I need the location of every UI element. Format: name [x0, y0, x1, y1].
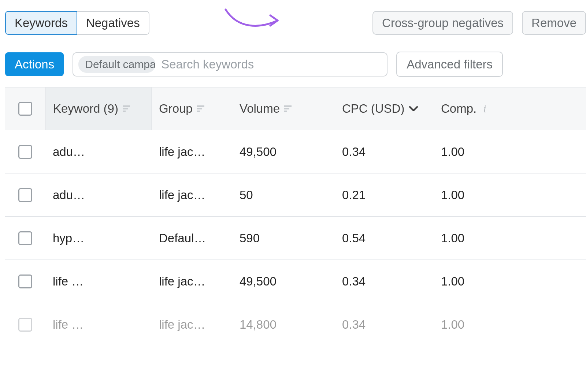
column-header-volume[interactable]: Volume: [232, 87, 335, 130]
column-header-cpc[interactable]: CPC (USD): [335, 87, 434, 130]
cross-group-negatives-button[interactable]: Cross-group negatives: [372, 11, 513, 35]
cell-checkbox: [5, 145, 45, 159]
row-checkbox[interactable]: [18, 188, 32, 202]
svg-rect-5: [197, 111, 200, 112]
column-header-comp[interactable]: Comp. i: [434, 87, 586, 130]
cell-comp: 1.00: [434, 188, 586, 202]
sort-icon: [123, 105, 130, 112]
cell-cpc: 0.34: [335, 145, 434, 159]
row-checkbox[interactable]: [18, 318, 32, 332]
keywords-table: Keyword (9) Group Volume CPC (USD): [5, 87, 586, 346]
sort-icon: [197, 105, 204, 112]
cell-checkbox: [5, 188, 45, 202]
search-field[interactable]: Default campa: [73, 52, 387, 76]
svg-rect-6: [284, 105, 292, 107]
tab-negatives[interactable]: Negatives: [77, 11, 149, 35]
column-header-group-label: Group: [159, 102, 193, 116]
table-header-row: Keyword (9) Group Volume CPC (USD): [5, 87, 586, 130]
cell-keyword: hyp…: [45, 231, 152, 245]
column-header-volume-label: Volume: [240, 102, 280, 116]
column-header-keyword-label: Keyword (9): [53, 102, 118, 116]
remove-button[interactable]: Remove: [522, 11, 586, 35]
search-input[interactable]: [160, 57, 382, 72]
table-body: adu…life jac…49,5000.341.00adu…life jac……: [5, 130, 586, 346]
cell-group: life jac…: [152, 188, 232, 202]
cell-keyword: life …: [45, 275, 152, 288]
tab-group: Keywords Negatives: [5, 11, 149, 35]
cell-checkbox: [5, 231, 45, 245]
cell-keyword: adu…: [45, 145, 152, 159]
cell-volume: 590: [232, 231, 335, 245]
svg-rect-1: [123, 108, 128, 109]
cell-group: life jac…: [152, 275, 232, 288]
cell-checkbox: [5, 275, 45, 288]
cell-keyword: adu…: [45, 188, 152, 202]
row-checkbox[interactable]: [18, 275, 32, 288]
table-row: hyp…Defaul…5900.541.00: [5, 217, 586, 260]
column-header-keyword[interactable]: Keyword (9): [45, 87, 152, 130]
row-checkbox[interactable]: [18, 231, 32, 245]
info-icon: i: [483, 102, 486, 115]
cell-volume: 14,800: [232, 318, 335, 332]
top-bar: Keywords Negatives Cross-group negatives…: [5, 11, 586, 35]
cell-comp: 1.00: [434, 145, 586, 159]
tab-keywords[interactable]: Keywords: [5, 11, 77, 35]
column-header-comp-label: Comp.: [441, 102, 476, 116]
cell-cpc: 0.54: [335, 231, 434, 245]
column-header-checkbox: [5, 87, 45, 130]
column-header-group[interactable]: Group: [152, 87, 232, 130]
top-right-buttons: Cross-group negatives Remove: [372, 11, 586, 35]
cell-group: Defaul…: [152, 231, 232, 245]
cell-group: life jac…: [152, 145, 232, 159]
svg-rect-7: [284, 108, 289, 109]
cell-volume: 49,500: [232, 145, 335, 159]
cell-group: life jac…: [152, 318, 232, 332]
table-row: life …life jac…49,5000.341.00: [5, 260, 586, 303]
cell-cpc: 0.21: [335, 188, 434, 202]
table-row: adu…life jac…49,5000.341.00: [5, 130, 586, 173]
cell-checkbox: [5, 318, 45, 332]
campaign-chip[interactable]: Default campa: [78, 56, 155, 73]
cell-comp: 1.00: [434, 275, 586, 288]
cell-keyword: life …: [45, 318, 152, 332]
select-all-checkbox[interactable]: [18, 102, 32, 116]
svg-rect-3: [197, 105, 204, 107]
cell-cpc: 0.34: [335, 318, 434, 332]
controls-row: Actions Default campa Advanced filters: [5, 52, 586, 77]
row-checkbox[interactable]: [18, 145, 32, 159]
cell-comp: 1.00: [434, 231, 586, 245]
svg-rect-2: [123, 111, 126, 112]
table-row: life …life jac…14,8000.341.00: [5, 303, 586, 346]
svg-rect-0: [123, 105, 130, 107]
keyword-manager-panel: Keywords Negatives Cross-group negatives…: [0, 0, 586, 392]
table-row: adu…life jac…500.211.00: [5, 173, 586, 217]
advanced-filters-button[interactable]: Advanced filters: [396, 52, 503, 77]
cell-volume: 49,500: [232, 275, 335, 288]
sort-icon: [284, 105, 292, 112]
column-header-cpc-label: CPC (USD): [342, 102, 405, 116]
svg-rect-8: [284, 111, 287, 112]
cell-comp: 1.00: [434, 318, 586, 332]
chevron-down-icon: [409, 106, 418, 112]
actions-button[interactable]: Actions: [5, 52, 64, 76]
svg-rect-4: [197, 108, 202, 109]
cell-cpc: 0.34: [335, 275, 434, 288]
cell-volume: 50: [232, 188, 335, 202]
